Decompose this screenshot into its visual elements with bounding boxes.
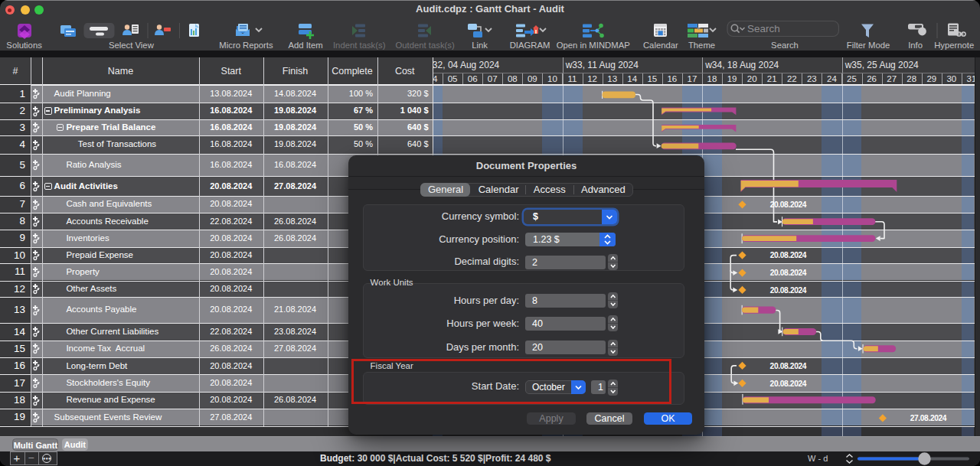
svg-text:20.08.2024: 20.08.2024 bbox=[770, 362, 807, 370]
svg-text:20.08.2024: 20.08.2024 bbox=[770, 251, 807, 259]
svg-text:Search: Search bbox=[747, 23, 780, 34]
svg-text:20.08.2024: 20.08.2024 bbox=[770, 200, 807, 209]
svg-text:20.08.2024: 20.08.2024 bbox=[770, 380, 807, 388]
svg-text:27.08.2024: 27.08.2024 bbox=[910, 414, 947, 422]
svg-text:20.08.2024: 20.08.2024 bbox=[770, 269, 807, 277]
svg-text:20.08.2024: 20.08.2024 bbox=[770, 286, 807, 295]
